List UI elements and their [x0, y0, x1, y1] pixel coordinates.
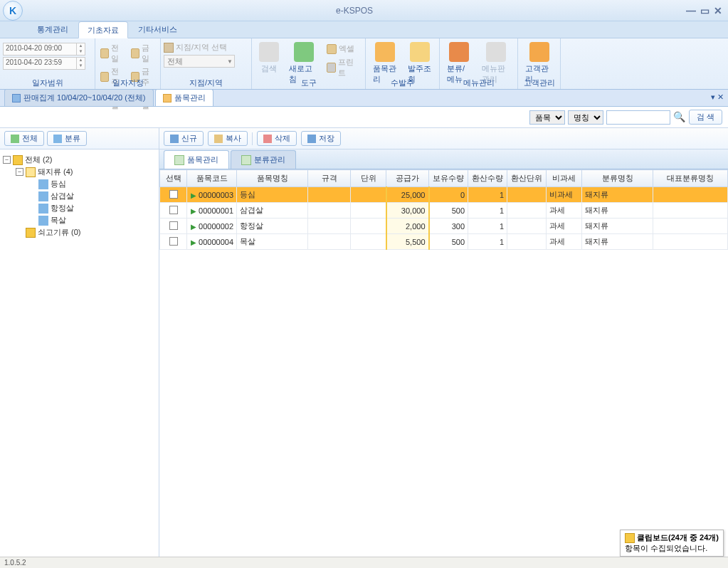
btn-new[interactable]: 신규: [164, 131, 204, 146]
play-icon: ▶: [191, 238, 196, 246]
col-cunit[interactable]: 환산단위: [507, 170, 547, 187]
chart-icon: [12, 94, 21, 102]
ribbon: 2010-04-20 09:00▲▼ 2010-04-20 23:59▲▼ 일자…: [0, 38, 728, 90]
ribbon-label-region: 지점/지역: [161, 78, 251, 88]
side-btn-all[interactable]: 전체: [4, 131, 44, 146]
category-tree: −전체 (2) −돼지류 (4) 등심 삼겹살 항정살 목살 쇠고기류 (0): [0, 149, 159, 568]
col-qty[interactable]: 보유수량: [429, 170, 468, 187]
doc-tab-items[interactable]: 품목관리: [155, 89, 213, 106]
col-select[interactable]: 선택: [160, 170, 187, 187]
btn-save[interactable]: 저장: [301, 131, 341, 146]
tab-other-services[interactable]: 기타서비스: [130, 21, 186, 38]
box-icon: [163, 94, 172, 102]
search-type-select[interactable]: 품목: [529, 110, 565, 125]
ribbon-label-customer: 고객관리: [518, 78, 560, 88]
btn-today[interactable]: 금일: [129, 42, 158, 65]
play-icon: ▶: [191, 207, 196, 215]
title-bar: K e-KSPOS — ▭ ✕: [0, 0, 728, 21]
gear-icon: [26, 228, 36, 238]
app-logo: K: [3, 1, 23, 21]
tab-basic-data[interactable]: 기초자료: [78, 21, 128, 38]
doc-close-controls[interactable]: ▾ ✕: [711, 93, 724, 102]
ribbon-label-datepreset: 일자지정: [95, 78, 160, 88]
content-area: 신규 복사 삭제 저장 품목관리 분류관리 선택 품목코드 품목명칭 규격 단위…: [159, 128, 728, 568]
region-icon: [164, 43, 174, 53]
close-button[interactable]: ✕: [714, 5, 722, 16]
tree-beef[interactable]: 쇠고기류 (0): [16, 226, 156, 238]
document-tab-bar: 판매집계 10/04/20~10/04/20 (전체) 품목관리 ▾ ✕: [0, 90, 728, 107]
tree-item-2[interactable]: 항정살: [28, 202, 156, 214]
col-cat[interactable]: 분류명칭: [582, 170, 653, 187]
doc-tab-sales[interactable]: 판매집계 10/04/20~10/04/20 (전체): [4, 89, 154, 106]
ribbon-label-menu: 메뉴관리: [440, 78, 517, 88]
row-checkbox[interactable]: [169, 206, 178, 214]
table-row[interactable]: ▶ 00000001삼겹살30,0005001과세돼지류: [160, 203, 728, 219]
search-text-input[interactable]: [606, 110, 670, 125]
date-to-input[interactable]: 2010-04-20 23:59▲▼: [3, 57, 85, 70]
col-code[interactable]: 품목코드: [187, 170, 237, 187]
row-checkbox[interactable]: [169, 190, 178, 199]
ribbon-print[interactable]: 프린트: [325, 56, 362, 79]
item-icon: [38, 191, 48, 201]
search-icon[interactable]: 🔍: [673, 111, 686, 124]
btn-prev-day[interactable]: 전일: [98, 42, 127, 65]
col-spec[interactable]: 규격: [308, 170, 351, 187]
minimize-button[interactable]: —: [686, 5, 696, 16]
app-title: e-KSPOS: [23, 6, 686, 16]
status-bar: 1.0.5.2: [0, 557, 728, 568]
item-icon: [38, 204, 48, 214]
tree-pork[interactable]: −돼지류 (4): [16, 166, 156, 178]
play-icon: ▶: [191, 191, 196, 199]
play-icon: ▶: [191, 223, 196, 231]
clipboard-popup[interactable]: 클립보드(24개 중 24개) 항목이 수집되었습니다.: [620, 530, 724, 557]
maximize-button[interactable]: ▭: [700, 5, 709, 16]
pencil-icon: [26, 167, 36, 177]
tree-root[interactable]: −전체 (2): [3, 154, 156, 166]
ribbon-excel[interactable]: 엑셀: [325, 43, 362, 55]
item-icon: [38, 179, 48, 189]
item-icon: [38, 216, 48, 226]
tree-item-3[interactable]: 목살: [28, 214, 156, 226]
tab-statistics[interactable]: 통계관리: [28, 21, 77, 38]
table-row[interactable]: ▶ 00000003등심25,00001비과세돼지류: [160, 187, 728, 203]
ctab-items[interactable]: 품목관리: [164, 150, 229, 169]
col-repcat[interactable]: 대표분류명칭: [653, 170, 728, 187]
clipboard-icon: [625, 533, 635, 543]
sidebar: 전체 분류 −전체 (2) −돼지류 (4) 등심 삼겹살 항정살 목살 쇠고기…: [0, 128, 159, 568]
top-tab-bar: 통계관리 기초자료 기타서비스: [0, 21, 728, 38]
side-btn-category[interactable]: 분류: [47, 131, 87, 146]
col-cqty[interactable]: 환산수량: [468, 170, 507, 187]
col-price[interactable]: 공급가: [386, 170, 429, 187]
row-checkbox[interactable]: [169, 237, 178, 246]
item-grid: 선택 품목코드 품목명칭 규격 단위 공급가 보유수량 환산수량 환산단위 비과…: [159, 169, 728, 568]
ribbon-label-order: 수발주: [366, 78, 439, 88]
ribbon-search[interactable]: 검색: [255, 40, 283, 76]
table-row[interactable]: ▶ 00000004목살5,5005001과세돼지류: [160, 234, 728, 250]
date-from-input[interactable]: 2010-04-20 09:00▲▼: [3, 43, 85, 56]
search-field-select[interactable]: 명칭: [568, 110, 603, 125]
btn-copy[interactable]: 복사: [208, 131, 248, 146]
btn-delete[interactable]: 삭제: [257, 131, 297, 146]
row-checkbox[interactable]: [169, 221, 178, 230]
tree-item-0[interactable]: 등심: [28, 178, 156, 190]
version-label: 1.0.5.2: [4, 559, 26, 567]
home-icon: [241, 155, 251, 165]
grid-header-row: 선택 품목코드 품목명칭 규격 단위 공급가 보유수량 환산수량 환산단위 비과…: [160, 170, 728, 187]
col-unit[interactable]: 단위: [351, 170, 386, 187]
ribbon-label-tools: 도구: [252, 78, 365, 88]
ribbon-label-daterange: 일자범위: [0, 78, 95, 88]
clipboard-message: 항목이 수집되었습니다.: [625, 543, 719, 554]
ctab-category[interactable]: 분류관리: [231, 150, 296, 169]
table-row[interactable]: ▶ 00000002항정살2,0003001과세돼지류: [160, 219, 728, 234]
gear-icon: [13, 155, 23, 165]
search-button[interactable]: 검 색: [689, 110, 722, 125]
home-icon: [174, 155, 184, 165]
col-name[interactable]: 품목명칭: [237, 170, 308, 187]
col-tax[interactable]: 비과세: [547, 170, 582, 187]
tree-item-1[interactable]: 삼겹살: [28, 190, 156, 202]
region-combo[interactable]: 전체▼: [164, 55, 235, 68]
